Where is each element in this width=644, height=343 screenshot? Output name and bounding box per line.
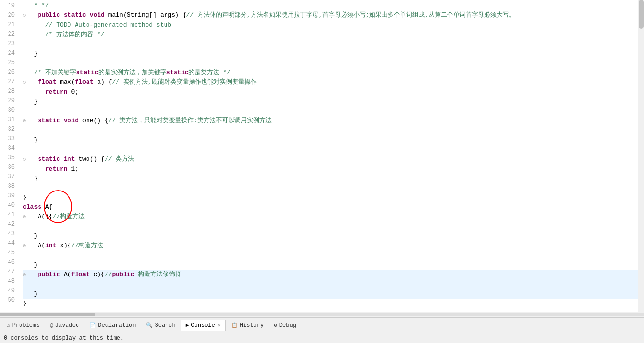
line-number: 27 bbox=[0, 77, 15, 86]
line-numbers: 1920212223242526272829303132333435363738… bbox=[0, 0, 19, 312]
code-line bbox=[23, 280, 638, 289]
javadoc-label: Javadoc bbox=[55, 322, 79, 329]
code-line: } bbox=[23, 231, 638, 241]
line-number: 33 bbox=[0, 134, 15, 143]
declaration-icon: 📄 bbox=[89, 322, 96, 328]
tab-debug[interactable]: ⚙Debug bbox=[269, 320, 302, 331]
code-line: ⊖ static int two() {// 类方法 bbox=[23, 154, 638, 164]
line-number: 20 bbox=[0, 10, 15, 20]
code-line bbox=[23, 58, 638, 68]
line-number: 21 bbox=[0, 20, 15, 29]
line-number: 43 bbox=[0, 229, 15, 238]
code-line: } bbox=[23, 299, 638, 308]
history-label: History bbox=[240, 322, 263, 329]
tab-history[interactable]: 📋History bbox=[226, 320, 269, 331]
code-line: } bbox=[23, 174, 638, 183]
code-line: } bbox=[23, 135, 638, 145]
code-line: ⊖ public static void main(String[] args)… bbox=[23, 10, 638, 20]
code-line bbox=[23, 145, 638, 154]
line-number: 41 bbox=[0, 210, 15, 219]
line-number: 28 bbox=[0, 86, 15, 96]
code-line bbox=[23, 126, 638, 135]
line-number: 38 bbox=[0, 181, 15, 191]
line-number: 35 bbox=[0, 153, 15, 162]
fold-marker[interactable]: ⊖ bbox=[23, 157, 26, 162]
console-label: Console bbox=[191, 322, 215, 329]
line-number: 49 bbox=[0, 286, 15, 295]
console-close[interactable]: ✕ bbox=[218, 323, 221, 328]
code-line bbox=[23, 39, 638, 49]
code-line: class A{ bbox=[23, 202, 638, 212]
scrollbar-thumb-h[interactable] bbox=[0, 313, 95, 316]
fold-marker[interactable]: ⊖ bbox=[23, 214, 26, 219]
status-message: 0 consoles to display at this time. bbox=[4, 335, 124, 342]
line-number: 47 bbox=[0, 267, 15, 276]
horizontal-scrollbar[interactable] bbox=[0, 312, 644, 317]
code-line: } bbox=[23, 260, 638, 270]
line-number: 19 bbox=[0, 1, 15, 10]
debug-label: Debug bbox=[279, 322, 296, 329]
fold-marker[interactable]: ⊖ bbox=[23, 118, 26, 124]
line-number: 30 bbox=[0, 105, 15, 115]
line-number: 45 bbox=[0, 248, 15, 257]
code-line: /* 方法体的内容 */ bbox=[23, 30, 638, 39]
line-number: 24 bbox=[0, 48, 15, 58]
vertical-scrollbar[interactable] bbox=[638, 0, 644, 312]
line-number: 50 bbox=[0, 295, 15, 305]
line-number: 36 bbox=[0, 162, 15, 172]
code-line: ⊖ A(int x){//构造方法 bbox=[23, 241, 638, 251]
problems-icon: ⚠ bbox=[7, 322, 10, 328]
line-number: 31 bbox=[0, 115, 15, 124]
line-number: 40 bbox=[0, 200, 15, 210]
line-number: 46 bbox=[0, 257, 15, 267]
fold-marker[interactable]: ⊖ bbox=[23, 272, 26, 277]
line-number: 37 bbox=[0, 172, 15, 181]
line-number: 32 bbox=[0, 124, 15, 134]
console-icon: ▶ bbox=[186, 322, 189, 328]
status-bar: 0 consoles to display at this time. bbox=[0, 333, 644, 343]
code-line: return 1; bbox=[23, 164, 638, 174]
code-line: ⊖ static void one() {// 类方法，只能对类变量操作;类方法… bbox=[23, 116, 638, 126]
editor-area: 1920212223242526272829303132333435363738… bbox=[0, 0, 644, 317]
code-line: /* 不加关键字static的是实例方法，加关键字static的是类方法 */ bbox=[23, 68, 638, 77]
code-line bbox=[23, 106, 638, 116]
line-number: 29 bbox=[0, 96, 15, 105]
line-number: 23 bbox=[0, 39, 15, 48]
code-line: // TODO Auto-generated method stub bbox=[23, 20, 638, 30]
search-icon: 🔍 bbox=[146, 322, 153, 328]
tab-problems[interactable]: ⚠Problems bbox=[2, 320, 45, 331]
code-line: ⊖ public A(float c){//public 构造方法修饰符 bbox=[23, 270, 638, 280]
search-label: Search bbox=[155, 322, 175, 329]
bottom-tab-bar: ⚠Problems@Javadoc📄Declaration🔍Search▶Con… bbox=[0, 317, 644, 333]
code-line: ⊖ A(){//构造方法 bbox=[23, 212, 638, 222]
line-number: 25 bbox=[0, 58, 15, 67]
line-number: 26 bbox=[0, 67, 15, 77]
line-number: 39 bbox=[0, 191, 15, 200]
code-line: } bbox=[23, 193, 638, 202]
line-number: 42 bbox=[0, 219, 15, 229]
debug-icon: ⚙ bbox=[274, 322, 277, 328]
code-line bbox=[23, 222, 638, 231]
scrollbar-thumb[interactable] bbox=[639, 0, 644, 29]
code-line bbox=[23, 183, 638, 193]
code-content[interactable]: * */⊖ public static void main(String[] a… bbox=[19, 0, 638, 312]
line-number: 22 bbox=[0, 29, 15, 39]
tab-javadoc[interactable]: @Javadoc bbox=[45, 320, 84, 331]
code-line: } bbox=[23, 49, 638, 58]
code-line bbox=[23, 251, 638, 260]
line-number: 44 bbox=[0, 238, 15, 248]
fold-marker[interactable]: ⊖ bbox=[23, 13, 26, 18]
declaration-label: Declaration bbox=[98, 322, 136, 329]
tab-console[interactable]: ▶Console✕ bbox=[181, 320, 226, 331]
code-line: } bbox=[23, 97, 638, 106]
fold-marker[interactable]: ⊖ bbox=[23, 80, 26, 85]
line-number: 48 bbox=[0, 276, 15, 286]
history-icon: 📋 bbox=[231, 322, 238, 328]
scrollbar-track bbox=[0, 313, 644, 316]
problems-label: Problems bbox=[12, 322, 40, 329]
tab-declaration[interactable]: 📄Declaration bbox=[84, 320, 141, 331]
fold-marker[interactable]: ⊖ bbox=[23, 243, 26, 248]
javadoc-icon: @ bbox=[50, 323, 53, 328]
code-line: ⊖ float max(float a) {// 实例方法,既能对类变量操作也能… bbox=[23, 77, 638, 87]
tab-search[interactable]: 🔍Search bbox=[141, 320, 180, 331]
